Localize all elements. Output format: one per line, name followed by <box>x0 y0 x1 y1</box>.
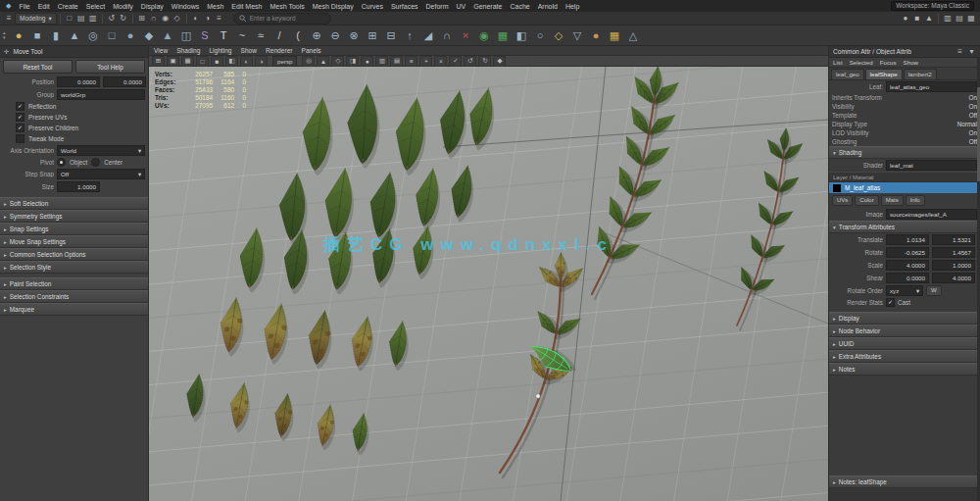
vp-menu-show[interactable]: Show <box>241 47 258 54</box>
size-field[interactable]: 1.0000 <box>57 181 100 192</box>
target-weld-icon[interactable]: ◉ <box>475 26 494 44</box>
attr-value[interactable]: Off <box>969 138 977 145</box>
menu-arnold[interactable]: Arnold <box>538 3 558 10</box>
menu-generate[interactable]: Generate <box>473 3 502 10</box>
node-tab-leaf-geo[interactable]: leaf_geo <box>831 69 864 79</box>
leaf[interactable] <box>298 96 336 177</box>
arc-curve-icon[interactable]: ( <box>289 26 308 44</box>
section-selection-constraints[interactable]: ▸Selection Constraints <box>0 290 148 303</box>
poly-cube-icon[interactable]: ■ <box>28 26 47 44</box>
attribute-editor-toggle-icon[interactable]: ▤ <box>954 13 965 24</box>
isolate-icon[interactable]: ◇ <box>331 56 344 67</box>
search-input[interactable]: Enter a keyword <box>233 13 331 25</box>
menu-cache[interactable]: Cache <box>510 3 529 10</box>
wireframe-icon[interactable]: □ <box>196 56 209 67</box>
menu-edit-mesh[interactable]: Edit Mesh <box>231 3 262 10</box>
redo-icon[interactable]: ↻ <box>118 13 129 24</box>
menu-create[interactable]: Create <box>58 3 78 10</box>
node-tab-lambert2[interactable]: lambert2 <box>904 69 937 79</box>
ae-section-display[interactable]: ▸Display <box>829 312 980 325</box>
select-hierarchy-icon[interactable]: ● <box>900 13 911 24</box>
boolean-difference-icon[interactable]: ⊖ <box>326 26 345 44</box>
camera-lock-icon[interactable]: ● <box>361 56 373 67</box>
menu-toggle-icon[interactable]: ≡ <box>3 13 15 24</box>
section-symmetry-settings[interactable]: ▸Symmetry Settings <box>0 210 148 223</box>
step-snap-dropdown[interactable]: Off▾ <box>57 169 145 179</box>
section-selection-style[interactable]: ▸Selection Style <box>0 261 148 274</box>
aa-icon[interactable]: ▲ <box>317 56 329 67</box>
ae-section-extra-attributes[interactable]: ▸Extra Attributes <box>829 350 980 363</box>
menu-select[interactable]: Select <box>86 3 105 10</box>
menu-uv[interactable]: UV <box>457 3 466 10</box>
poly-cylinder-icon[interactable]: ▮ <box>47 26 66 44</box>
new-scene-icon[interactable]: □ <box>64 13 75 24</box>
pencil-curve-icon[interactable]: / <box>270 26 289 44</box>
leaf[interactable] <box>463 85 500 152</box>
leaf[interactable] <box>390 95 431 176</box>
attr-value[interactable]: Normal <box>957 121 977 127</box>
menu-deform[interactable]: Deform <box>426 3 449 10</box>
mini-tab-info[interactable]: Info <box>906 195 925 206</box>
checkbox-preserve-children[interactable]: ✓ <box>16 124 24 132</box>
section-move-snap-settings[interactable]: ▸Move Snap Settings <box>0 235 148 248</box>
section-common-selection-options[interactable]: ▸Common Selection Options <box>0 248 148 261</box>
transform-field-a[interactable]: 0.0000 <box>886 273 929 283</box>
attr-value[interactable]: On <box>969 94 977 101</box>
leaf[interactable] <box>411 166 445 232</box>
selected-material-row[interactable]: M_leaf_atlas <box>829 182 980 193</box>
transform-field-b[interactable]: 1.4567 <box>932 247 975 258</box>
normals-icon[interactable]: △ <box>624 26 643 44</box>
section-paint-selection[interactable]: ▸Paint Selection <box>0 277 148 290</box>
helix-icon[interactable]: S <box>196 26 215 44</box>
frame-all-icon[interactable]: ↺ <box>464 56 476 67</box>
image-field[interactable]: sourceimages/leaf_A <box>886 209 977 220</box>
vp-menu-shading[interactable]: Shading <box>176 47 200 54</box>
mini-tab-mats[interactable]: Mats <box>881 195 904 206</box>
poly-disc-icon[interactable]: ● <box>122 26 140 44</box>
attr-value[interactable]: On <box>969 103 977 110</box>
poly-sphere-icon[interactable]: ● <box>10 26 28 44</box>
checkbox-preserve-uvs[interactable]: ✓ <box>16 113 24 122</box>
menu-display[interactable]: Display <box>141 3 164 10</box>
open-scene-icon[interactable]: ▤ <box>75 13 87 24</box>
attr-value[interactable]: On <box>969 129 977 136</box>
lights-icon[interactable]: ◐ <box>240 56 253 67</box>
xray-icon[interactable]: ◨ <box>346 56 359 67</box>
render-settings-icon[interactable]: ≡ <box>214 13 225 24</box>
quad-draw-icon[interactable]: ▦ <box>494 26 513 44</box>
leaf[interactable] <box>446 163 479 224</box>
viewport-canvas[interactable]: Verts:262575850Edges:5178611640Faces:254… <box>149 67 828 501</box>
menu-surfaces[interactable]: Surfaces <box>391 3 418 10</box>
separate-icon[interactable]: ⊟ <box>382 26 401 44</box>
vp-menu-lighting[interactable]: Lighting <box>209 47 231 54</box>
text-tool-icon[interactable]: T <box>215 26 233 44</box>
smooth-icon[interactable]: ○ <box>531 26 550 44</box>
workspace-selector[interactable]: Workspace: Maya Classic <box>891 1 974 11</box>
world-space-button[interactable]: W <box>926 285 942 296</box>
mini-tab-uvs[interactable]: UVs <box>832 195 853 206</box>
channel-box-toggle-icon[interactable]: ▥ <box>942 13 954 24</box>
leaf[interactable] <box>346 314 378 373</box>
position-x-field[interactable]: 0.0000 <box>57 76 100 87</box>
snap-plane-icon[interactable]: ◇ <box>172 13 183 24</box>
leaf[interactable] <box>304 308 336 371</box>
vp-menu-view[interactable]: View <box>154 47 168 54</box>
undo-icon[interactable]: ↺ <box>106 13 118 24</box>
menu-mesh-tools[interactable]: Mesh Tools <box>270 3 304 10</box>
transform-field-a[interactable]: 1.0134 <box>886 234 929 245</box>
tool-settings-toggle-icon[interactable]: ▦ <box>965 13 977 24</box>
ae-menu-show[interactable]: Show <box>904 59 918 66</box>
position-y-field[interactable]: 0.0000 <box>103 76 146 87</box>
safe-action-icon[interactable]: × <box>434 56 447 67</box>
leaf[interactable] <box>319 166 359 243</box>
poly-plane-icon[interactable]: □ <box>103 26 122 44</box>
shader-field[interactable]: leaf_mat <box>886 160 977 171</box>
safe-title-icon[interactable]: ✓ <box>449 56 462 67</box>
select-by-object-icon[interactable]: ⊞ <box>152 56 165 67</box>
field-chart-icon[interactable]: + <box>419 56 432 67</box>
transform-section-header[interactable]: ▾Transform Attributes <box>829 221 980 233</box>
ipr-render-icon[interactable]: ◑ <box>202 13 214 24</box>
manipulator-handle[interactable] <box>536 394 540 398</box>
combine-icon[interactable]: ⊞ <box>364 26 382 44</box>
rotate-order-dropdown[interactable]: xyz▾ <box>886 285 923 296</box>
